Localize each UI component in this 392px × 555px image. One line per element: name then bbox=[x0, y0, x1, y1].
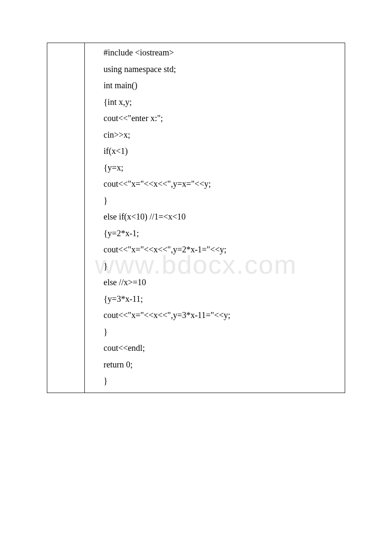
code-line: {int x,y; bbox=[104, 98, 340, 106]
code-line: return 0; bbox=[104, 360, 340, 369]
code-line: else //x>=10 bbox=[104, 278, 340, 286]
code-line: #include <iostream> bbox=[104, 48, 340, 57]
document-content: #include <iostream> using namespace std;… bbox=[47, 43, 345, 393]
code-line: } bbox=[104, 262, 340, 270]
code-line: } bbox=[104, 196, 340, 205]
code-line: if(x<1) bbox=[104, 147, 340, 155]
code-line: cout<<"enter x:"; bbox=[104, 114, 340, 122]
code-line: {y=3*x-11; bbox=[104, 295, 340, 303]
code-line: } bbox=[104, 327, 340, 336]
code-line: {y=x; bbox=[104, 163, 340, 172]
left-empty-cell bbox=[47, 43, 85, 393]
code-cell: #include <iostream> using namespace std;… bbox=[85, 43, 345, 393]
code-line: int main() bbox=[104, 81, 340, 90]
code-line: using namespace std; bbox=[104, 65, 340, 73]
code-line: else if(x<10) //1=<x<10 bbox=[104, 212, 340, 221]
code-line: cout<<endl; bbox=[104, 344, 340, 352]
code-line: cout<<"x="<<x<<",y=2*x-1="<<y; bbox=[104, 245, 340, 254]
code-line: cout<<"x="<<x<<",y=x="<<y; bbox=[104, 179, 340, 188]
code-line: cout<<"x="<<x<<",y=3*x-11="<<y; bbox=[104, 311, 340, 319]
code-line: {y=2*x-1; bbox=[104, 229, 340, 237]
code-line: cin>>x; bbox=[104, 130, 340, 139]
code-line: } bbox=[104, 376, 340, 385]
code-table: #include <iostream> using namespace std;… bbox=[47, 43, 345, 393]
